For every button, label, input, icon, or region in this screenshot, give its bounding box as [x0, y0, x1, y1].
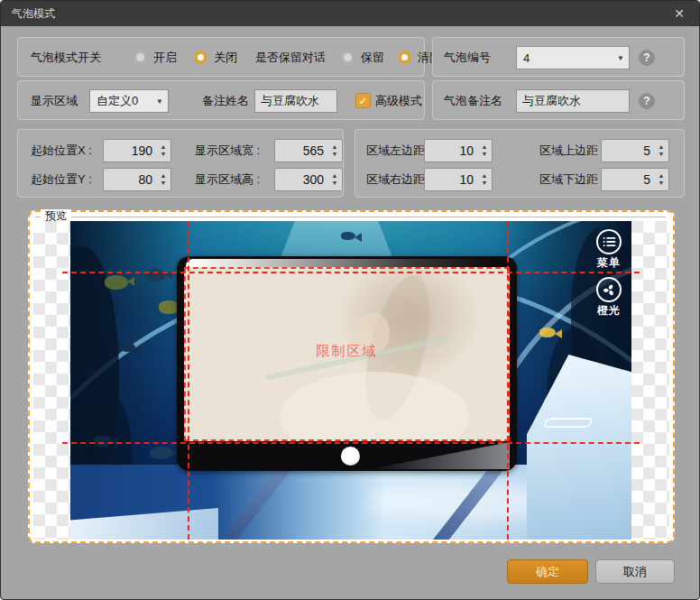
margin-bottom-value[interactable]: 5	[602, 169, 654, 190]
bubble-note-input[interactable]	[516, 89, 630, 113]
bubble-note-label: 气泡备注名	[444, 89, 502, 113]
preview-legend-line	[35, 217, 666, 217]
titlebar: 气泡模式 ✕	[1, 1, 699, 26]
start-x-value[interactable]: 190	[104, 140, 156, 162]
radio-off-label[interactable]: 关闭	[214, 46, 237, 69]
help-icon[interactable]: ?	[639, 93, 655, 109]
margin-left-label: 区域左边距	[366, 139, 425, 162]
keep-dialog-label: 是否保留对话	[255, 46, 326, 69]
guide-line-horizontal-bottom[interactable]	[62, 442, 640, 444]
radio-clear[interactable]	[398, 51, 411, 64]
display-area-value: 自定义0	[90, 93, 152, 109]
margin-left-spinner[interactable]: 10 ▲▼	[424, 139, 493, 162]
radio-off[interactable]	[194, 51, 207, 64]
spinner-up-icon[interactable]: ▲	[332, 172, 338, 180]
margin-right-label: 区域右边距	[366, 168, 425, 191]
tv-frame: 限制区域	[177, 256, 517, 471]
figure-robe	[280, 372, 469, 441]
spinner-up-icon[interactable]: ▲	[161, 143, 167, 151]
bubble-mode-dialog: 气泡模式 ✕ 气泡模式开关 开启 关闭 是否保留对话 保留 清除 气泡编号 4 …	[0, 0, 700, 600]
area-height-spinner[interactable]: 300 ▲▼	[274, 168, 343, 191]
spinner-down-icon[interactable]: ▼	[332, 180, 338, 187]
fish	[341, 232, 355, 240]
preview-canvas[interactable]: 菜单 橙光 限制区域	[33, 221, 669, 540]
margin-top-spinner[interactable]: 5 ▲▼	[601, 139, 669, 162]
margin-bottom-spinner[interactable]: 5 ▲▼	[601, 168, 669, 191]
spinner-down-icon[interactable]: ▼	[659, 180, 665, 187]
bubble-switch-label: 气泡模式开关	[31, 46, 101, 69]
bubble-note-group: 气泡备注名 ?	[432, 80, 685, 120]
advanced-mode-label[interactable]: 高级模式	[375, 89, 422, 113]
fish	[539, 328, 556, 337]
spinner-down-icon[interactable]: ▼	[161, 180, 167, 187]
cancel-button[interactable]: 取消	[595, 559, 675, 584]
dialog-title: 气泡模式	[12, 1, 55, 26]
hud-buttons: 菜单 橙光	[596, 229, 622, 325]
margin-left-value[interactable]: 10	[425, 140, 477, 162]
ok-button[interactable]: 确定	[507, 559, 588, 584]
start-x-label: 起始位置X :	[31, 139, 92, 162]
area-height-label: 显示区域高 :	[195, 168, 260, 191]
spinner-up-icon[interactable]: ▲	[659, 172, 665, 180]
advanced-mode-checkbox[interactable]: ✓	[355, 93, 371, 108]
fish	[121, 343, 135, 352]
fish	[150, 447, 173, 459]
tv-power-button	[341, 447, 360, 466]
area-width-label: 显示区域宽 :	[195, 139, 260, 162]
tv-bottom-sheen	[370, 442, 510, 469]
spinner-up-icon[interactable]: ▲	[659, 143, 665, 151]
radio-on-label[interactable]: 开启	[153, 46, 177, 69]
spinner-down-icon[interactable]: ▼	[332, 151, 338, 158]
bubble-number-label: 气泡编号	[444, 46, 491, 69]
display-area-select[interactable]: 自定义0 ▼	[89, 89, 169, 113]
close-icon[interactable]: ✕	[668, 1, 690, 26]
chengguang-logo-label[interactable]: 橙光	[597, 303, 621, 318]
start-y-spinner[interactable]: 80 ▲▼	[103, 168, 171, 191]
guide-line-vertical-left[interactable]	[188, 221, 189, 540]
spinner-up-icon[interactable]: ▲	[482, 143, 488, 151]
area-width-spinner[interactable]: 565 ▲▼	[274, 139, 343, 162]
position-size-group: 起始位置X : 190 ▲▼ 显示区域宽 : 565 ▲▼ 起始位置Y : 80…	[17, 129, 344, 198]
spinner-down-icon[interactable]: ▼	[161, 151, 167, 158]
note-name-label: 备注姓名	[202, 89, 249, 113]
spinner-down-icon[interactable]: ▼	[482, 180, 488, 187]
chevron-down-icon: ▼	[612, 54, 629, 62]
bubble-number-group: 气泡编号 4 ▼ ?	[432, 37, 685, 77]
radio-keep[interactable]	[341, 51, 355, 64]
preview-image: 菜单 橙光 限制区域	[70, 221, 631, 540]
margin-top-label: 区域上边距	[539, 139, 598, 162]
chevron-down-icon: ▼	[152, 97, 168, 106]
start-x-spinner[interactable]: 190 ▲▼	[103, 139, 171, 162]
bubble-number-select[interactable]: 4 ▼	[516, 46, 630, 69]
menu-icon[interactable]	[596, 229, 622, 254]
margin-top-value[interactable]: 5	[602, 140, 654, 162]
spinner-up-icon[interactable]: ▲	[161, 172, 167, 180]
margin-right-spinner[interactable]: 10 ▲▼	[424, 168, 493, 191]
bubble-number-value: 4	[517, 51, 612, 65]
guide-line-vertical-right[interactable]	[507, 221, 509, 540]
preview-group: 预览	[28, 210, 675, 543]
guide-line-horizontal-top[interactable]	[62, 272, 640, 273]
margins-group: 区域左边距 10 ▲▼ 区域上边距 5 ▲▼ 区域右边距 10 ▲▼ 区域下边距…	[355, 129, 685, 198]
area-height-value[interactable]: 300	[275, 169, 327, 190]
restricted-area-label: 限制区域	[186, 343, 508, 360]
fish	[105, 275, 128, 290]
start-y-value[interactable]: 80	[104, 169, 156, 190]
spinner-up-icon[interactable]: ▲	[482, 172, 488, 180]
margin-right-value[interactable]: 10	[425, 169, 477, 190]
note-name-input[interactable]	[254, 89, 337, 113]
fish	[94, 436, 112, 447]
display-area-group: 显示区域 自定义0 ▼ 备注姓名 ✓ 高级模式	[17, 80, 425, 120]
spinner-up-icon[interactable]: ▲	[332, 143, 338, 151]
chengguang-logo-icon[interactable]	[596, 277, 622, 302]
radio-on[interactable]	[134, 51, 147, 64]
menu-button-label[interactable]: 菜单	[597, 255, 621, 271]
area-width-value[interactable]: 565	[275, 140, 327, 162]
display-area-label: 显示区域	[31, 89, 78, 113]
help-icon[interactable]: ?	[639, 50, 655, 66]
spinner-down-icon[interactable]: ▼	[482, 151, 488, 158]
radio-keep-label[interactable]: 保留	[361, 46, 384, 69]
restricted-area[interactable]: 限制区域	[184, 267, 510, 441]
spinner-down-icon[interactable]: ▼	[659, 151, 665, 158]
bench-slot	[542, 418, 594, 428]
